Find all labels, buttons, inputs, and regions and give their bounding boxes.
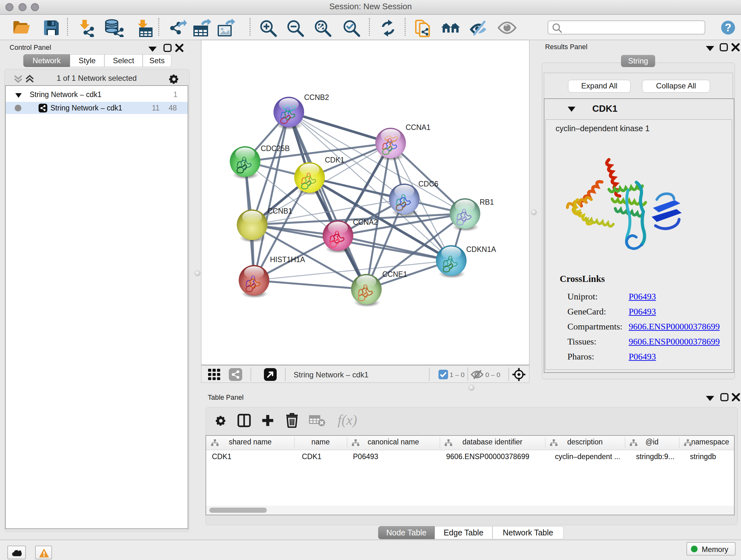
svg-text:CDK1: CDK1 bbox=[325, 156, 344, 164]
svg-text:CCNA2: CCNA2 bbox=[353, 218, 378, 226]
svg-text:HIST1H1A: HIST1H1A bbox=[270, 255, 306, 264]
svg-text:CDC25B: CDC25B bbox=[261, 144, 290, 152]
svg-text:RB1: RB1 bbox=[480, 198, 494, 206]
svg-text:CDC6: CDC6 bbox=[418, 180, 439, 188]
svg-text:CCNB1: CCNB1 bbox=[267, 207, 292, 215]
svg-text:CCNB2: CCNB2 bbox=[304, 93, 329, 102]
svg-text:CCNA1: CCNA1 bbox=[406, 123, 430, 132]
svg-text:CDKN1A: CDKN1A bbox=[466, 245, 496, 253]
svg-text:?: ? bbox=[725, 21, 731, 34]
svg-text:CCNE1: CCNE1 bbox=[382, 270, 407, 278]
